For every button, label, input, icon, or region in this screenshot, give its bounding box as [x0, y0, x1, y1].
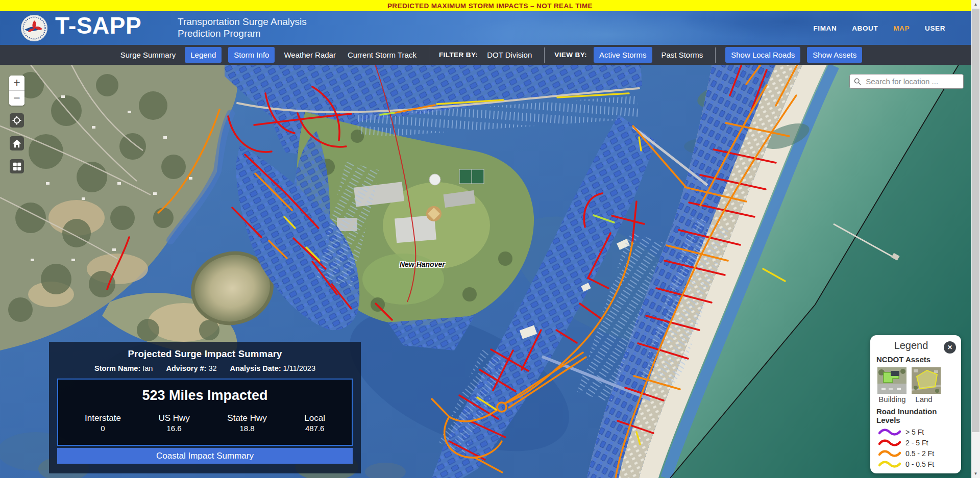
wave-swatch-red [878, 439, 901, 447]
building-label: Building [876, 395, 908, 404]
home-icon [12, 139, 21, 148]
legend-close-button[interactable]: ✕ [944, 341, 956, 354]
ncdot-seal-logo[interactable] [20, 14, 48, 42]
inundation-levels: > 5 Ft 2 - 5 Ft 0.5 - 2 Ft 0 - 0.5 Ft [876, 426, 955, 469]
app-header: T-SAPP Transportation Surge Analysis Pre… [0, 11, 980, 45]
level-row-gt5: > 5 Ft [878, 426, 955, 437]
wave-swatch-purple [878, 428, 901, 436]
show-assets-button[interactable]: Show Assets [807, 47, 862, 63]
basemap-button[interactable] [10, 159, 24, 173]
impact-col-us-hwy: US Hwy 16.6 [158, 413, 189, 433]
toolbar-divider [429, 47, 429, 63]
zoom-control: + − [9, 76, 24, 106]
legend-panel: ✕ Legend NCDOT Assets Building [870, 335, 961, 473]
view-by-past-storms[interactable]: Past Storms [659, 47, 706, 62]
nav-item-about[interactable]: ABOUT [852, 24, 878, 32]
map-toolbar: Surge Summary Legend Storm Info Weather … [0, 45, 980, 65]
advisory-value: 32 [208, 364, 216, 372]
asset-thumbnails [877, 367, 955, 394]
level-row-05-2: 0.5 - 2 Ft [878, 448, 955, 459]
top-nav: FIMAN ABOUT MAP USER [814, 11, 945, 45]
storm-name-label: Storm Name: [94, 364, 140, 372]
basemap-grid-icon [13, 162, 21, 171]
wave-swatch-yellow [878, 460, 901, 468]
search-input[interactable] [865, 77, 959, 86]
road-inundation-heading: Road Inundation Levels [876, 407, 955, 424]
browser-scrollbar: ▲ ▼ [971, 0, 980, 478]
filter-by-label: FILTER BY: [439, 51, 478, 59]
coastal-impact-summary-button[interactable]: Coastal Impact Summary [57, 448, 353, 464]
asset-labels: Building Land [876, 395, 955, 404]
nav-item-fiman[interactable]: FIMAN [814, 24, 837, 32]
t-sapp-app: PREDICTED MAXIMUM STORM IMPACTS – NOT RE… [0, 0, 980, 478]
zoom-in-icon: + [13, 76, 20, 90]
zoom-out-icon: − [13, 91, 20, 105]
search-icon [854, 78, 861, 86]
zoom-out-button[interactable]: − [9, 91, 24, 106]
miles-impacted-total: 523 Miles Impacted [58, 388, 352, 404]
county-label: New Hanover [400, 260, 445, 268]
impact-col-local: Local 487.6 [304, 413, 325, 433]
zoom-in-button[interactable]: + [9, 76, 24, 90]
app-title: T-SAPP [55, 12, 141, 39]
miles-impacted-box: 523 Miles Impacted Interstate 0 US Hwy 1… [57, 379, 353, 446]
toolbar-current-storm-track[interactable]: Current Storm Track [345, 47, 419, 62]
storm-meta-row: Storm Name: Ian Advisory #: 32 Analysis … [49, 364, 361, 372]
warning-banner: PREDICTED MAXIMUM STORM IMPACTS – NOT RE… [0, 0, 980, 11]
view-by-label: VIEW BY: [554, 51, 587, 59]
legend-title: Legend [876, 340, 955, 351]
nav-item-map[interactable]: MAP [893, 24, 910, 32]
app-subtitle: Transportation Surge Analysis Prediction… [178, 16, 307, 39]
scrollbar-thumb[interactable] [972, 9, 979, 432]
building-asset-thumbnail [877, 367, 906, 394]
advisory-label: Advisory #: [166, 364, 206, 372]
toolbar-divider [715, 47, 716, 63]
wave-swatch-orange [878, 449, 901, 458]
close-icon: ✕ [947, 344, 952, 351]
toolbar-divider [544, 47, 545, 63]
impact-panel-title: Projected Surge Impact Summary [49, 348, 361, 360]
impact-col-state-hwy: State Hwy 18.8 [227, 413, 266, 433]
ncdot-assets-heading: NCDOT Assets [876, 355, 955, 364]
impact-col-interstate: Interstate 0 [85, 413, 121, 433]
scroll-down-arrow-icon[interactable]: ▼ [971, 469, 980, 478]
impact-columns: Interstate 0 US Hwy 16.6 State Hwy 18.8 … [58, 413, 352, 433]
toolbar-legend-button[interactable]: Legend [185, 47, 222, 63]
land-label: Land [908, 395, 940, 404]
level-row-2-5: 2 - 5 Ft [878, 437, 955, 448]
storm-name-value: Ian [142, 364, 153, 372]
filter-by-dot-division[interactable]: DOT Division [484, 47, 534, 62]
toolbar-surge-summary[interactable]: Surge Summary [118, 47, 178, 62]
surge-impact-panel: Projected Surge Impact Summary Storm Nam… [49, 342, 361, 473]
location-search [849, 74, 964, 89]
analysis-date-label: Analysis Date: [230, 364, 281, 372]
toolbar-storm-info-button[interactable]: Storm Info [228, 47, 275, 63]
warning-banner-text: PREDICTED MAXIMUM STORM IMPACTS – NOT RE… [387, 2, 593, 10]
nav-item-user[interactable]: USER [925, 24, 945, 32]
level-row-0-05: 0 - 0.5 Ft [878, 459, 955, 469]
analysis-date-value: 1/11/2023 [283, 364, 315, 372]
view-by-active-storms-button[interactable]: Active Storms [594, 47, 652, 63]
land-asset-thumbnail [912, 367, 941, 394]
show-local-roads-button[interactable]: Show Local Roads [725, 47, 800, 63]
toolbar-weather-radar[interactable]: Weather Radar [281, 47, 338, 62]
locate-icon [12, 116, 21, 125]
locate-button[interactable] [10, 113, 24, 128]
scroll-up-arrow-icon[interactable]: ▲ [971, 0, 980, 9]
home-button[interactable] [10, 136, 24, 150]
